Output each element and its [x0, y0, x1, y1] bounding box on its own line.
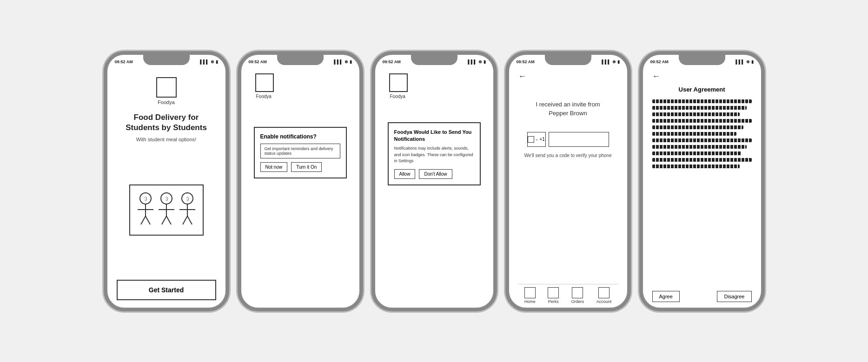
time-1: 09:52 AM — [115, 59, 133, 64]
time-3: 09:52 AM — [383, 59, 401, 64]
welcome-illustration: :) :) — [129, 184, 204, 236]
notch-4 — [545, 55, 591, 65]
chevron-down-icon: ⌄ — [535, 137, 538, 141]
svg-line-4 — [141, 216, 146, 224]
notif-logo-2 — [255, 73, 274, 92]
tab-perks[interactable]: Perks — [548, 287, 559, 304]
phone-system-notif: 09:52 AM ▌▌▌ ⊛ ▮ Foodya Foodya Would Lik… — [371, 51, 497, 311]
checkbox-icon — [528, 136, 534, 143]
text-line-3 — [652, 112, 740, 116]
tab-home-label: Home — [524, 299, 536, 304]
tab-account-label: Account — [596, 299, 612, 304]
tab-orders[interactable]: Orders — [571, 287, 584, 304]
battery-icon: ▮ — [617, 59, 620, 64]
svg-line-5 — [146, 216, 150, 224]
phone-welcome: 09:52 AM ▌▌▌ ⊛ ▮ Foodya Food Delivery fo… — [104, 51, 229, 311]
turn-on-button[interactable]: Turn it On — [291, 162, 322, 172]
signal-icon: ▌▌▌ — [334, 59, 343, 64]
back-arrow-4[interactable]: ← — [518, 72, 618, 81]
sys-dialog-desc: Notifications may include alerts, sounds… — [394, 145, 474, 165]
dialog-title: Enable notifications? — [260, 133, 340, 140]
svg-line-16 — [183, 216, 187, 224]
tab-perks-label: Perks — [548, 299, 559, 304]
battery-icon: ▮ — [751, 59, 754, 64]
phone-verify: 09:52 AM ▌▌▌ ⊛ ▮ ← I received an invite … — [505, 51, 631, 311]
welcome-title: Food Delivery for Students by Students — [117, 112, 216, 133]
welcome-content: Foodya Food Delivery for Students by Stu… — [107, 68, 225, 308]
country-code: +1 — [539, 137, 544, 142]
status-icons-4: ▌▌▌ ⊛ ▮ — [602, 59, 619, 64]
get-started-button[interactable]: Get Started — [117, 280, 216, 300]
text-line-1 — [652, 99, 752, 103]
agree-button[interactable]: Agree — [652, 291, 680, 302]
text-line-2 — [652, 106, 747, 110]
account-icon — [598, 287, 610, 298]
status-icons-2: ▌▌▌ ⊛ ▮ — [334, 59, 351, 64]
agreement-title: User Agreement — [652, 86, 752, 93]
agreement-footer: Agree Disagree — [652, 286, 752, 308]
svg-line-11 — [166, 216, 171, 224]
signal-icon: ▌▌▌ — [602, 59, 610, 64]
agreement-lines — [652, 99, 752, 281]
country-select[interactable]: ⌄ +1 — [527, 132, 546, 147]
perks-icon — [548, 287, 559, 298]
text-line-5 — [652, 125, 744, 129]
back-arrow-5[interactable]: ← — [652, 72, 752, 81]
screen-notifications: Foodya Enable notifications? Get importa… — [241, 68, 359, 308]
time-5: 09:52 AM — [650, 59, 669, 64]
system-notif-content: Foodya Foodya Would Like to Send You Not… — [375, 68, 493, 308]
orders-icon — [572, 287, 583, 298]
disagree-button[interactable]: Disagree — [717, 291, 751, 302]
text-line-11 — [652, 165, 740, 168]
tab-orders-label: Orders — [571, 299, 584, 304]
svg-text::): :) — [165, 196, 167, 201]
notch-1 — [143, 55, 190, 65]
notifications-dialog: Enable notifications? Get important remi… — [254, 127, 347, 178]
phone-input[interactable] — [549, 132, 609, 147]
wifi-icon: ⊛ — [211, 59, 214, 64]
verify-content: ← I received an invite from Pepper Brown… — [509, 68, 627, 308]
dont-allow-button[interactable]: Don't Allow — [419, 169, 452, 179]
notif-app-name-2: Foodya — [256, 94, 272, 99]
sys-buttons: Allow Don't Allow — [394, 169, 474, 179]
svg-line-17 — [187, 216, 192, 224]
app-name-1: Foodya — [158, 99, 175, 105]
signal-icon: ▌▌▌ — [200, 59, 209, 64]
text-line-7 — [652, 138, 752, 142]
text-line-6 — [652, 132, 737, 136]
tab-bar: Home Perks Orders Account — [518, 284, 618, 308]
battery-icon: ▮ — [350, 59, 352, 64]
allow-button[interactable]: Allow — [394, 169, 416, 179]
tab-home[interactable]: Home — [524, 287, 536, 304]
status-icons-3: ▌▌▌ ⊛ ▮ — [468, 59, 485, 64]
svg-line-10 — [162, 216, 166, 224]
home-icon — [524, 287, 536, 298]
wifi-icon: ⊛ — [746, 59, 750, 64]
dialog-desc: Get important reminders and delivery sta… — [260, 144, 340, 158]
battery-icon: ▮ — [484, 59, 486, 64]
not-now-button[interactable]: Not now — [260, 162, 288, 172]
phone-agreement: 09:52 AM ▌▌▌ ⊛ ▮ ← User Agreement — [639, 51, 765, 311]
tab-account[interactable]: Account — [596, 287, 612, 304]
text-line-9 — [652, 151, 742, 155]
notifications-content: Foodya Enable notifications? Get importa… — [241, 68, 359, 308]
screen-system-notif: Foodya Foodya Would Like to Send You Not… — [375, 68, 493, 308]
time-2: 09:52 AM — [249, 59, 267, 64]
text-line-10 — [652, 158, 752, 162]
app-logo-1 — [156, 77, 177, 98]
sys-app-name-3: Foodya — [390, 94, 405, 99]
time-4: 09:52 AM — [517, 59, 535, 64]
phones-container: 09:52 AM ▌▌▌ ⊛ ▮ Foodya Food Delivery fo… — [104, 51, 765, 311]
sys-logo-3 — [389, 73, 408, 92]
phone-input-row: ⌄ +1 — [518, 132, 618, 147]
text-line-4 — [652, 119, 752, 123]
wifi-icon: ⊛ — [345, 59, 348, 64]
signal-icon: ▌▌▌ — [735, 59, 744, 64]
notch-2 — [277, 55, 324, 65]
wifi-icon: ⊛ — [478, 59, 482, 64]
agreement-content: ← User Agreement — [643, 68, 761, 308]
screen-welcome: Foodya Food Delivery for Students by Stu… — [107, 68, 225, 308]
status-icons-5: ▌▌▌ ⊛ ▮ — [735, 59, 753, 64]
screen-verify: ← I received an invite from Pepper Brown… — [509, 68, 627, 308]
screen-agreement: ← User Agreement — [643, 68, 761, 308]
